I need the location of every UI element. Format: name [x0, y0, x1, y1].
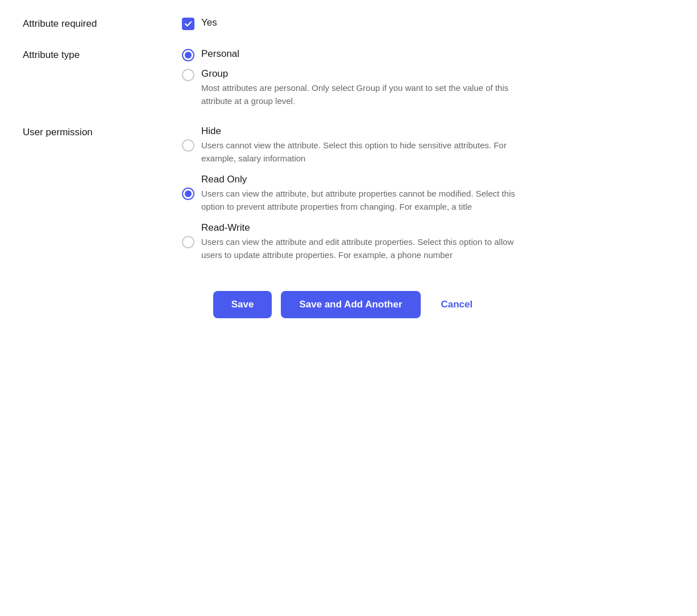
- attribute-type-personal-option[interactable]: Personal: [182, 48, 674, 61]
- attribute-type-personal-radio[interactable]: [182, 49, 194, 61]
- user-permission-row: User permission Hide Users cannot view t…: [23, 126, 674, 261]
- user-permission-hide-option[interactable]: Hide Users cannot view the attribute. Se…: [182, 126, 674, 165]
- attribute-type-group-description: Most attributes are personal. Only selec…: [201, 82, 531, 107]
- attribute-type-field: Personal Group Most attributes are perso…: [182, 48, 674, 107]
- user-permission-hide-content: Hide Users cannot view the attribute. Se…: [201, 126, 531, 165]
- attribute-required-field: Yes: [182, 17, 674, 30]
- cancel-button[interactable]: Cancel: [430, 291, 484, 318]
- attribute-required-label: Attribute required: [23, 17, 182, 30]
- form-container: Attribute required Yes Attribute type: [0, 0, 697, 341]
- attribute-type-group-option[interactable]: Group Most attributes are personal. Only…: [182, 68, 674, 107]
- attribute-type-row: Attribute type Personal Group Most attri…: [23, 48, 674, 107]
- user-permission-field: Hide Users cannot view the attribute. Se…: [182, 126, 674, 261]
- attribute-type-group-content: Group Most attributes are personal. Only…: [201, 68, 531, 107]
- user-permission-hide-label[interactable]: Hide: [201, 126, 531, 137]
- user-permission-readwrite-item: Read-Write Users can view the attribute …: [182, 222, 674, 261]
- user-permission-readonly-content: Read Only Users can view the attribute, …: [201, 174, 531, 213]
- user-permission-label: User permission: [23, 126, 182, 138]
- form-footer: Save Save and Add Another Cancel: [23, 280, 674, 318]
- attribute-required-yes-option[interactable]: Yes: [182, 17, 674, 30]
- save-and-add-another-button[interactable]: Save and Add Another: [281, 291, 420, 318]
- user-permission-readwrite-option[interactable]: Read-Write Users can view the attribute …: [182, 222, 674, 261]
- attribute-required-yes-label[interactable]: Yes: [201, 17, 217, 28]
- user-permission-readwrite-description: Users can view the attribute and edit at…: [201, 236, 531, 261]
- user-permission-readwrite-content: Read-Write Users can view the attribute …: [201, 222, 531, 261]
- user-permission-readonly-radio[interactable]: [182, 188, 194, 200]
- user-permission-readwrite-label[interactable]: Read-Write: [201, 222, 531, 234]
- attribute-type-label: Attribute type: [23, 48, 182, 61]
- attribute-required-row: Attribute required Yes: [23, 17, 674, 30]
- user-permission-hide-description: Users cannot view the attribute. Select …: [201, 139, 531, 165]
- user-permission-readwrite-radio[interactable]: [182, 236, 194, 248]
- user-permission-readonly-option[interactable]: Read Only Users can view the attribute, …: [182, 174, 674, 213]
- attribute-required-yes-content: Yes: [201, 17, 217, 28]
- attribute-type-personal-label[interactable]: Personal: [201, 48, 239, 60]
- save-button[interactable]: Save: [213, 291, 272, 318]
- user-permission-readonly-item: Read Only Users can view the attribute, …: [182, 174, 674, 213]
- attribute-type-group-radio[interactable]: [182, 69, 194, 81]
- attribute-type-personal-content: Personal: [201, 48, 239, 60]
- user-permission-readonly-description: Users can view the attribute, but attrib…: [201, 188, 531, 213]
- user-permission-readonly-label[interactable]: Read Only: [201, 174, 531, 185]
- user-permission-hide-radio[interactable]: [182, 139, 194, 152]
- attribute-required-yes-checkbox[interactable]: [182, 18, 194, 30]
- user-permission-hide-item: Hide Users cannot view the attribute. Se…: [182, 126, 674, 165]
- attribute-type-group-label[interactable]: Group: [201, 68, 531, 80]
